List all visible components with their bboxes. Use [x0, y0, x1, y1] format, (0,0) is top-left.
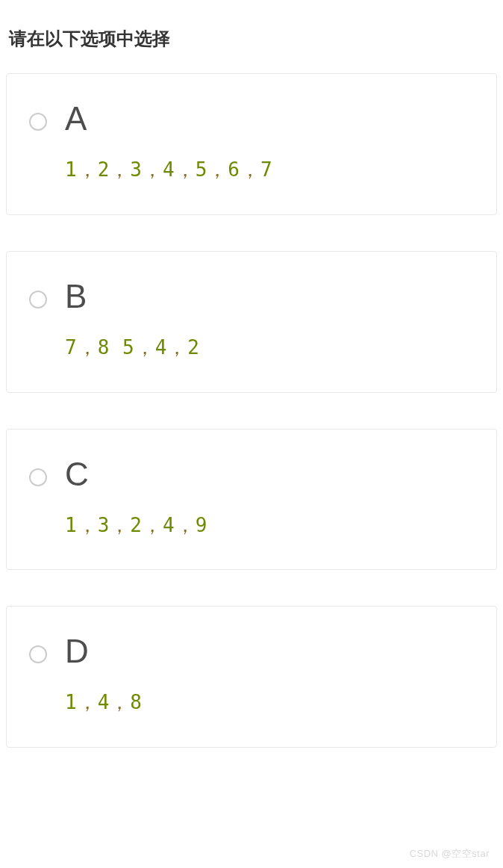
- token-separator: ，: [110, 691, 130, 713]
- token-separator: ，: [110, 514, 130, 536]
- token-number: 8: [98, 336, 110, 359]
- token-separator: ，: [110, 158, 130, 181]
- token-separator: ，: [78, 158, 98, 181]
- token-number: 7: [65, 336, 78, 359]
- token-separator: ，: [240, 158, 260, 181]
- token-number: 3: [130, 158, 143, 181]
- option-card-a[interactable]: A1，2，3，4，5，6，7: [6, 73, 497, 215]
- option-label: D: [65, 635, 474, 668]
- option-content: D1，4，8: [65, 635, 474, 716]
- option-card-b[interactable]: B7，8 5，4，2: [6, 251, 497, 393]
- option-label: B: [65, 280, 474, 313]
- token-number: 1: [65, 514, 78, 536]
- option-tokens: 1，3，2，4，9: [65, 513, 474, 539]
- option-tokens: 1，2，3，4，5，6，7: [65, 158, 474, 183]
- token-number: 4: [163, 158, 175, 181]
- token-separator: ，: [175, 514, 196, 536]
- token-number: 6: [228, 158, 240, 181]
- token-number: 4: [98, 691, 110, 713]
- options-container: A1，2，3，4，5，6，7B7，8 5，4，2C1，3，2，4，9D1，4，8: [0, 73, 503, 748]
- token-number: 4: [155, 336, 168, 359]
- radio-icon[interactable]: [29, 291, 47, 309]
- question-title: 请在以下选项中选择: [0, 0, 503, 73]
- option-tokens: 7，8 5，4，2: [65, 335, 474, 361]
- token-number: 2: [130, 514, 143, 536]
- token-separator: ，: [167, 336, 187, 359]
- option-content: A1，2，3，4，5，6，7: [65, 102, 474, 183]
- option-label: A: [65, 102, 474, 135]
- token-number: 1: [65, 158, 78, 181]
- token-separator: ，: [135, 336, 155, 359]
- option-card-d[interactable]: D1，4，8: [6, 606, 497, 748]
- token-separator: ，: [78, 336, 98, 359]
- radio-icon[interactable]: [29, 468, 47, 486]
- token-number: 8: [130, 691, 143, 713]
- option-tokens: 1，4，8: [65, 690, 474, 716]
- token-separator: [110, 336, 122, 359]
- token-number: 9: [196, 514, 208, 536]
- option-content: B7，8 5，4，2: [65, 280, 474, 361]
- radio-icon[interactable]: [29, 645, 47, 663]
- token-number: 1: [65, 691, 78, 713]
- token-separator: ，: [78, 514, 98, 536]
- token-separator: ，: [143, 514, 163, 536]
- option-card-c[interactable]: C1，3，2，4，9: [6, 429, 497, 571]
- token-number: 2: [187, 336, 200, 359]
- token-number: 5: [122, 336, 135, 359]
- option-content: C1，3，2，4，9: [65, 458, 474, 539]
- token-number: 2: [98, 158, 110, 181]
- token-separator: ，: [78, 691, 98, 713]
- radio-icon[interactable]: [29, 113, 47, 131]
- token-separator: ，: [207, 158, 228, 181]
- option-label: C: [65, 458, 474, 491]
- token-number: 4: [163, 514, 175, 536]
- token-number: 3: [98, 514, 110, 536]
- token-separator: ，: [175, 158, 196, 181]
- token-number: 7: [260, 158, 273, 181]
- token-number: 5: [196, 158, 208, 181]
- token-separator: ，: [143, 158, 163, 181]
